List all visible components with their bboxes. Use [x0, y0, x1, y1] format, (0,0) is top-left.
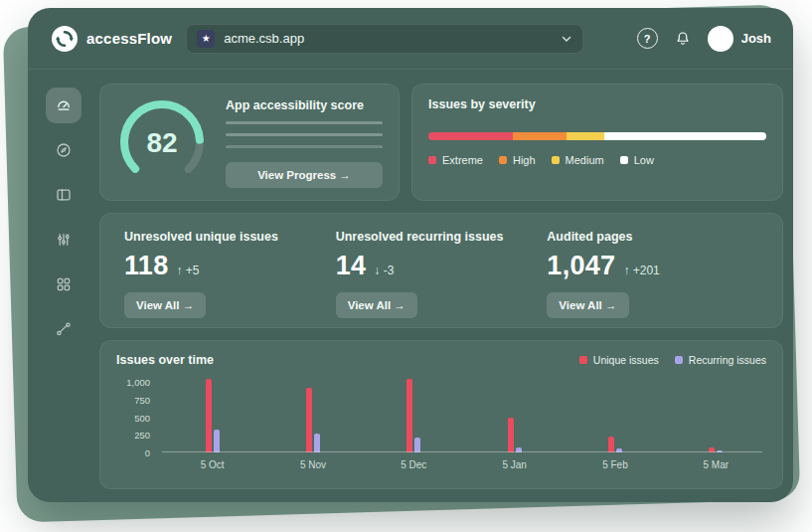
bar-recurring-issues	[214, 430, 220, 452]
stat-delta: ↓ -3	[374, 264, 394, 277]
sidebar-item-integrations[interactable]	[46, 311, 81, 347]
stat-unresolved-recurring: Unresolved recurring issues 14 ↓ -3 View…	[336, 230, 548, 311]
x-tick-label: 5 Dec	[401, 459, 426, 471]
view-all-unique-button[interactable]: View All →	[124, 292, 206, 318]
placeholder-line	[226, 121, 383, 124]
bar-recurring-issues	[414, 438, 420, 452]
stat-delta: ↑ +201	[623, 264, 659, 277]
legend-label: Low	[634, 154, 654, 166]
sidebar-item-experiments[interactable]	[46, 222, 81, 258]
sidebar-item-dashboard[interactable]	[46, 88, 81, 123]
stat-audited-pages: Audited pages 1,047 ↑ +201 View All →	[547, 230, 758, 311]
star-icon: ★	[197, 30, 215, 48]
legend-swatch	[552, 156, 560, 164]
stat-value-row: 118 ↑ +5	[124, 251, 199, 281]
y-tick-label: 250	[134, 430, 150, 441]
chart-legend-item: Recurring issues	[675, 354, 766, 366]
brand-name: accessFlow	[86, 30, 172, 47]
bar-group: 5 Oct	[185, 375, 241, 471]
legend-label: Recurring issues	[689, 354, 766, 366]
bar-recurring-issues	[314, 434, 320, 452]
sidebar	[28, 70, 99, 502]
bar-group: 5 Nov	[285, 375, 341, 471]
stat-title: Unresolved unique issues	[124, 230, 278, 244]
severity-legend-item: Medium	[552, 154, 604, 166]
bar-pair	[709, 375, 723, 452]
x-tick-label: 5 Nov	[300, 459, 326, 471]
user-menu[interactable]: Josh	[708, 26, 771, 52]
x-tick-label: 5 Jan	[502, 459, 526, 471]
bar-group: 5 Mar	[688, 375, 743, 471]
issues-by-severity-card: Issues by severity ExtremeHighMediumLow	[411, 84, 783, 201]
x-tick-label: 5 Feb	[602, 459, 628, 471]
bar-pair	[206, 375, 220, 452]
x-tick-label: 5 Mar	[704, 459, 730, 471]
y-tick-label: 500	[134, 412, 150, 423]
chart-baseline	[162, 451, 762, 452]
severity-legend: ExtremeHighMediumLow	[428, 154, 766, 166]
chart-y-axis: 02505007501,000	[116, 375, 162, 452]
bar-group: 5 Feb	[587, 375, 643, 471]
legend-swatch	[579, 356, 587, 364]
view-all-recurring-button[interactable]: View All →	[336, 292, 417, 318]
bar-pair	[306, 375, 320, 452]
bar-pair	[508, 375, 522, 452]
stat-title: Audited pages	[547, 230, 632, 244]
bar-pair	[406, 375, 420, 452]
legend-label: Extreme	[442, 154, 483, 166]
domain-selector[interactable]: ★ acme.csb.app	[186, 24, 583, 54]
layout-icon	[55, 186, 73, 204]
y-tick-label: 1,000	[126, 377, 150, 388]
domain-value: acme.csb.app	[224, 31, 552, 46]
placeholder-line	[226, 133, 383, 136]
user-name: Josh	[741, 31, 771, 46]
app-window: accessFlow ★ acme.csb.app ?	[28, 8, 793, 502]
bar-unique-issues	[406, 379, 412, 452]
severity-card-title: Issues by severity	[428, 97, 766, 111]
chart-title: Issues over time	[116, 353, 214, 367]
legend-swatch	[620, 156, 628, 164]
accessibility-score-card: 82 App accessibility score View Progress…	[99, 84, 400, 201]
bar-chart: 02505007501,000 5 Oct5 Nov5 Dec5 Jan5 Fe…	[116, 375, 766, 471]
severity-segment-medium	[567, 132, 603, 140]
y-tick-label: 0	[145, 447, 150, 458]
accessflow-logo-icon	[52, 26, 78, 52]
chart-plot: 5 Oct5 Nov5 Dec5 Jan5 Feb5 Mar	[162, 375, 766, 471]
legend-label: Unique issues	[593, 354, 659, 366]
avatar	[708, 26, 733, 52]
stat-value: 118	[124, 251, 168, 281]
chart-legend-item: Unique issues	[579, 354, 659, 366]
severity-bar	[428, 132, 766, 140]
stat-value-row: 1,047 ↑ +201	[547, 251, 659, 281]
bar-group: 5 Dec	[386, 375, 441, 471]
page-background: accessFlow ★ acme.csb.app ?	[0, 0, 812, 532]
main-content: 82 App accessibility score View Progress…	[99, 70, 793, 502]
legend-label: Medium	[566, 154, 604, 166]
stat-value: 1,047	[547, 251, 615, 281]
stat-value-row: 14 ↓ -3	[336, 251, 395, 281]
sidebar-item-discover[interactable]	[46, 132, 81, 168]
sidebar-item-pages[interactable]	[46, 177, 81, 213]
chart-header: Issues over time Unique issuesRecurring …	[116, 353, 766, 367]
accessibility-score-gauge: 82	[116, 96, 208, 188]
view-all-pages-button[interactable]: View All →	[547, 292, 628, 318]
score-value: 82	[116, 96, 208, 188]
chart-legend: Unique issuesRecurring issues	[579, 354, 766, 366]
topbar-actions: ? Josh	[637, 26, 771, 52]
topbar: accessFlow ★ acme.csb.app ?	[28, 8, 793, 70]
brand: accessFlow	[52, 26, 172, 52]
grid-icon	[55, 275, 73, 293]
legend-swatch	[428, 156, 436, 164]
bar-unique-issues	[306, 388, 312, 452]
severity-segment-extreme	[428, 132, 513, 140]
help-icon[interactable]: ?	[637, 28, 658, 49]
bar-unique-issues	[608, 437, 614, 452]
sidebar-item-reports[interactable]	[46, 266, 81, 302]
view-progress-button[interactable]: View Progress →	[226, 162, 383, 188]
x-tick-label: 5 Oct	[201, 459, 225, 471]
score-card-details: App accessibility score View Progress →	[226, 96, 383, 188]
notifications-bell-icon[interactable]	[674, 30, 692, 48]
stat-delta: ↑ +5	[176, 264, 199, 277]
integrations-icon	[55, 320, 73, 338]
bar-group: 5 Jan	[487, 375, 543, 471]
